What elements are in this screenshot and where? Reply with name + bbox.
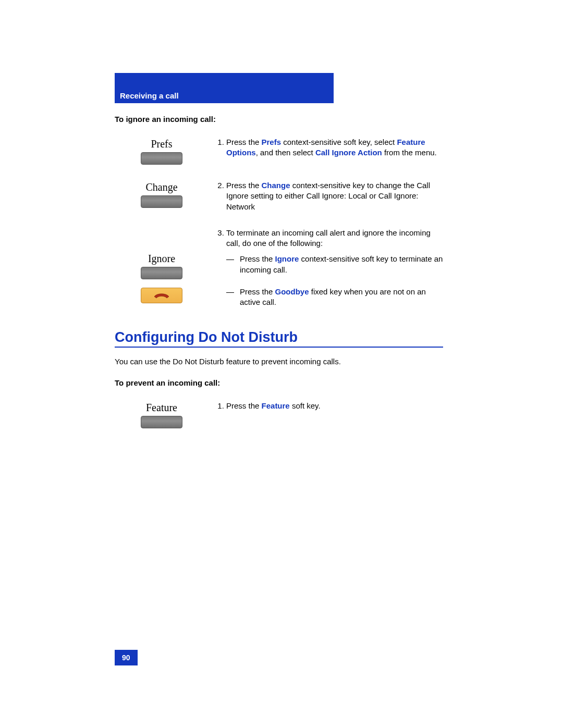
step-text: Press the Prefs context-sensitive soft k… bbox=[209, 137, 443, 158]
softkey-label-prefs: Prefs bbox=[151, 138, 172, 150]
section-title-dnd: Configuring Do Not Disturb bbox=[115, 329, 443, 346]
body-content: To ignore an incoming call: Prefs Press … bbox=[115, 115, 443, 444]
step-row-goodbye: Press the Goodbye fixed key when you are… bbox=[115, 287, 443, 314]
term-prefs: Prefs bbox=[262, 138, 282, 146]
term-change: Change bbox=[262, 181, 290, 190]
section-heading-prevent: To prevent an incoming call: bbox=[115, 378, 443, 387]
softkey-button bbox=[141, 152, 182, 165]
key-column bbox=[115, 287, 209, 303]
list-item: Press the Prefs context-sensitive soft k… bbox=[226, 137, 443, 158]
softkey-button bbox=[141, 416, 182, 428]
section-rule bbox=[115, 347, 443, 348]
section-intro-text: You can use the Do Not Disturb feature t… bbox=[115, 357, 443, 366]
softkey-button bbox=[141, 267, 182, 279]
term-feature: Feature bbox=[262, 401, 290, 410]
sublist-item: Press the Goodbye fixed key when you are… bbox=[226, 287, 443, 308]
step-row-2: Change Press the Change context-sensitiv… bbox=[115, 180, 443, 212]
softkey-label-ignore: Ignore bbox=[148, 253, 175, 265]
section-heading-ignore: To ignore an incoming call: bbox=[115, 115, 443, 124]
softkey-label-feature: Feature bbox=[146, 402, 177, 414]
step-text: Press the Goodbye fixed key when you are… bbox=[209, 287, 443, 314]
step-text: Press the Feature soft key. bbox=[209, 401, 443, 411]
key-column: Prefs bbox=[115, 137, 209, 165]
key-column: Feature bbox=[115, 401, 209, 428]
list-item: Press the Feature soft key. bbox=[226, 401, 443, 411]
key-column: Ignore bbox=[115, 228, 209, 279]
goodbye-key-button bbox=[141, 288, 182, 303]
term-call-ignore-action: Call Ignore Action bbox=[315, 148, 382, 157]
list-item: To terminate an incoming call alert and … bbox=[226, 228, 443, 275]
phone-hangup-icon bbox=[153, 291, 170, 300]
step-text: To terminate an incoming call alert and … bbox=[209, 228, 443, 281]
dash-bullet bbox=[226, 287, 240, 308]
term-goodbye: Goodbye bbox=[275, 287, 309, 296]
list-item: Press the Change context-sensitive key t… bbox=[226, 180, 443, 212]
sublist-item: Press the Ignore context-sensitive soft … bbox=[226, 254, 443, 275]
softkey-button bbox=[141, 195, 182, 208]
softkey-label-change: Change bbox=[145, 181, 177, 193]
key-column: Change bbox=[115, 180, 209, 208]
step-text: Press the Change context-sensitive key t… bbox=[209, 180, 443, 212]
step-row-1: Prefs Press the Prefs context-sensitive … bbox=[115, 137, 443, 165]
step-row-feature: Feature Press the Feature soft key. bbox=[115, 401, 443, 428]
term-ignore: Ignore bbox=[275, 254, 299, 263]
page-header-bar: Receiving a call bbox=[115, 73, 334, 103]
page: Receiving a call To ignore an incoming c… bbox=[0, 0, 563, 728]
dash-bullet bbox=[226, 254, 240, 275]
step-row-3: Ignore To terminate an incoming call ale… bbox=[115, 228, 443, 281]
page-header-title: Receiving a call bbox=[120, 91, 179, 100]
page-number: 90 bbox=[115, 650, 138, 665]
sublist: Press the Ignore context-sensitive soft … bbox=[226, 254, 443, 275]
